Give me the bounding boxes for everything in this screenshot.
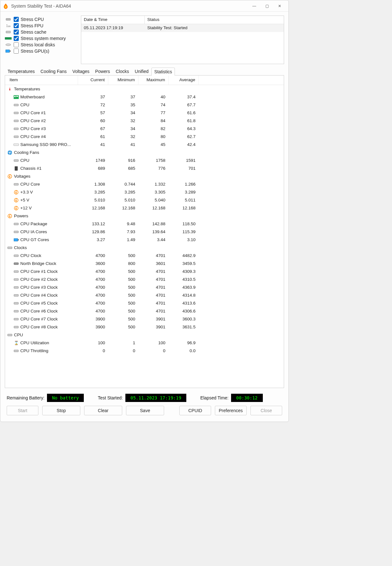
stress-cpu[interactable]: Stress CPU — [5, 17, 78, 22]
stats-row[interactable]: CPU Core #1 Clock 4700 500 4701 4309.3 — [5, 267, 284, 275]
stress-disk[interactable]: Stress local disks — [5, 42, 78, 47]
cell-maximum: 80 — [138, 134, 169, 139]
close-window-button[interactable]: ✕ — [273, 2, 286, 10]
tab-clocks[interactable]: Clocks — [113, 67, 132, 75]
cell-current: 1.308 — [78, 182, 108, 187]
stats-group[interactable]: 🌡Temperatures — [5, 85, 284, 93]
stats-row[interactable]: CPU Throttling 0 0 0 0.0 — [5, 347, 284, 355]
clear-button[interactable]: Clear — [84, 406, 122, 415]
stress-cache[interactable]: Stress cache — [5, 30, 78, 35]
stats-row[interactable]: CPU Core #3 67 34 82 64.3 — [5, 125, 284, 133]
tab-unified[interactable]: Unified — [132, 67, 152, 75]
log-cell-status — [145, 48, 284, 56]
row-label: Chassis #1 — [20, 166, 42, 171]
stats-row[interactable]: CPU Core #2 60 32 84 61.8 — [5, 117, 284, 125]
cell-minimum: 500 — [108, 325, 138, 329]
stats-header-average[interactable]: Average — [169, 76, 199, 85]
cell-average: 4310.5 — [169, 277, 199, 282]
stress-mem-checkbox[interactable] — [14, 36, 19, 41]
stats-group[interactable]: Cooling Fans — [5, 148, 284, 156]
svg-rect-13 — [14, 104, 18, 106]
stats-row[interactable]: North Bridge Clock 3600 800 3601 3459.5 — [5, 260, 284, 267]
stats-row[interactable]: CPU Package 133.12 9.48 142.88 118.50 — [5, 220, 284, 228]
ssd-icon — [13, 142, 19, 147]
stats-row[interactable]: ⌛CPU Utilization 100 1 100 96.9 — [5, 339, 284, 347]
stats-header-minimum[interactable]: Minimum — [108, 76, 138, 85]
stats-row[interactable]: CPU GT Cores 3.27 1.49 3.44 3.10 — [5, 236, 284, 244]
cell-minimum: 500 — [108, 293, 138, 298]
stats-row[interactable]: Motherboard 37 37 40 37.4 — [5, 93, 284, 101]
log-header-status[interactable]: Status — [145, 16, 284, 24]
cell-maximum: 3901 — [138, 325, 169, 329]
row-label: CPU Core #4 Clock — [20, 293, 58, 298]
log-row[interactable]: 05.11.2023 17:19:19Stability Test: Start… — [81, 24, 284, 32]
stats-row[interactable]: +5 V 5.010 5.010 5.040 5.011 — [5, 196, 284, 204]
tab-cooling-fans[interactable]: Cooling Fans — [38, 67, 70, 75]
cell-minimum: 7.93 — [108, 229, 138, 234]
log-header-datetime[interactable]: Date & Time — [81, 16, 145, 24]
stats-row[interactable]: CPU Core #4 Clock 4700 500 4701 4314.8 — [5, 291, 284, 299]
row-label: Motherboard — [20, 95, 45, 99]
log-row[interactable] — [81, 32, 284, 40]
cell-current: 1749 — [78, 158, 108, 163]
stop-button[interactable]: Stop — [42, 406, 80, 415]
stats-row[interactable]: CPU Core #1 57 34 77 61.6 — [5, 109, 284, 117]
cell-current: 4700 — [78, 285, 108, 290]
stress-disk-checkbox[interactable] — [14, 42, 19, 47]
titlebar: System Stability Test - AIDA64 — ▢ ✕ — [0, 0, 289, 12]
svg-rect-16 — [14, 128, 18, 130]
log-row[interactable] — [81, 48, 284, 56]
row-label: CPU Utilization — [20, 340, 49, 345]
stats-row[interactable]: CPU Core #8 Clock 3900 500 3901 3631.5 — [5, 323, 284, 331]
stats-row[interactable]: CPU Core #3 Clock 4700 500 4701 4363.9 — [5, 283, 284, 291]
stats-row[interactable]: CPU 72 35 74 67.7 — [5, 101, 284, 109]
log-cell-datetime — [81, 56, 145, 64]
stats-row[interactable]: CPU Core #6 Clock 4700 500 4701 4306.6 — [5, 307, 284, 315]
tab-voltages[interactable]: Voltages — [70, 67, 92, 75]
test-started-display: 05.11.2023 17:19:19 — [125, 394, 186, 402]
stress-cpu-checkbox[interactable] — [14, 17, 19, 22]
stats-group[interactable]: Powers — [5, 212, 284, 220]
stats-row[interactable]: CPU Core #7 Clock 3900 500 3901 3600.3 — [5, 315, 284, 323]
stats-group[interactable]: Clocks — [5, 244, 284, 252]
stats-row[interactable]: +3.3 V 3.285 3.285 3.305 3.289 — [5, 188, 284, 196]
stats-row[interactable]: Chassis #1 689 685 776 701 — [5, 164, 284, 172]
stats-row[interactable]: +12 V 12.168 12.168 12.168 12.168 — [5, 204, 284, 212]
stress-fpu-checkbox[interactable] — [14, 23, 19, 28]
tab-statistics[interactable]: Statistics — [151, 68, 175, 76]
stats-group[interactable]: CPU — [5, 331, 284, 339]
stats-header-current[interactable]: Current — [78, 76, 108, 85]
cell-maximum: 4701 — [138, 285, 169, 290]
log-row[interactable] — [81, 40, 284, 48]
save-button[interactable]: Save — [126, 406, 164, 415]
stress-gpu[interactable]: Stress GPU(s) — [5, 49, 78, 54]
stress-cache-checkbox[interactable] — [14, 30, 19, 35]
stats-row[interactable]: CPU Clock 4700 500 4701 4482.9 — [5, 252, 284, 260]
tab-powers[interactable]: Powers — [92, 67, 113, 75]
stats-header-item[interactable]: Item — [5, 76, 78, 85]
stats-row[interactable]: CPU Core 1.308 0.744 1.332 1.266 — [5, 180, 284, 188]
tab-temperatures[interactable]: Temperatures — [5, 67, 38, 75]
cell-maximum: 4701 — [138, 293, 169, 298]
stats-row[interactable]: CPU Core #5 Clock 4700 500 4701 4313.6 — [5, 299, 284, 307]
log-row[interactable] — [81, 56, 284, 64]
minimize-button[interactable]: — — [248, 2, 261, 10]
cell-current: 3900 — [78, 325, 108, 329]
stress-fpu[interactable]: 1₂₃ Stress FPU — [5, 23, 78, 28]
stress-gpu-checkbox[interactable] — [14, 49, 19, 54]
stats-group[interactable]: Voltages — [5, 172, 284, 180]
stats-row[interactable]: CPU Core #4 61 32 80 62.7 — [5, 133, 284, 141]
stats-row[interactable]: CPU Core #2 Clock 4700 500 4701 4310.5 — [5, 275, 284, 283]
stats-row[interactable]: CPU IA Cores 129.86 7.93 139.64 115.39 — [5, 228, 284, 236]
cpuid-button[interactable]: CPUID — [179, 406, 211, 415]
cell-minimum: 500 — [108, 277, 138, 282]
stats-row[interactable]: Samsung SSD 980 PRO... 41 41 45 42.4 — [5, 141, 284, 148]
stress-mem[interactable]: Stress system memory — [5, 36, 78, 41]
close-button[interactable]: Close — [250, 406, 282, 415]
cell-maximum: 4701 — [138, 309, 169, 313]
stats-row[interactable]: CPU 1749 916 1758 1591 — [5, 156, 284, 164]
preferences-button[interactable]: Preferences — [215, 406, 247, 415]
maximize-button[interactable]: ▢ — [261, 2, 273, 10]
start-button[interactable]: Start — [7, 406, 38, 415]
stats-header-maximum[interactable]: Maximum — [138, 76, 169, 85]
